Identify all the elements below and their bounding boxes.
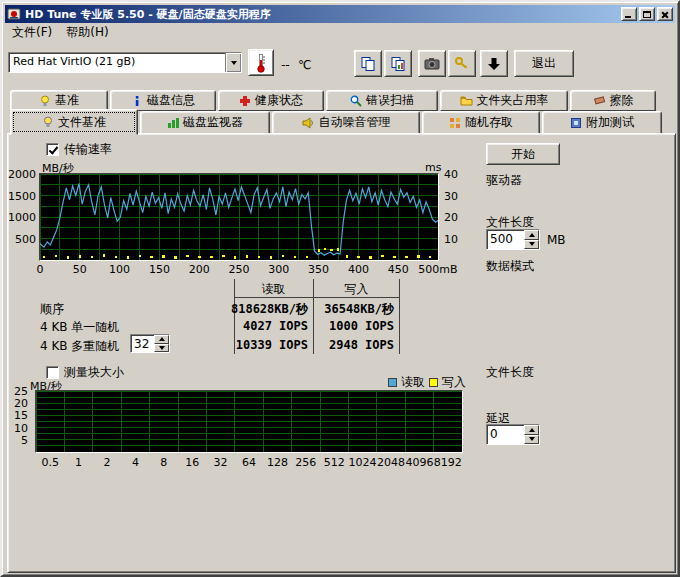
start-button-label: 开始 xyxy=(511,146,535,163)
tick-label: 150 xyxy=(149,263,170,276)
extra-tests-icon xyxy=(570,117,582,129)
tick-label: 256 xyxy=(295,456,316,469)
tick-label: 2 xyxy=(104,456,111,469)
close-button[interactable] xyxy=(657,7,673,21)
tab-health[interactable]: 健康状态 xyxy=(218,90,324,111)
tick-label: 1500 xyxy=(2,190,36,203)
block-size-checkbox-label: 测量块大小 xyxy=(64,364,124,381)
block-size-chart xyxy=(35,390,463,453)
thermometer-icon xyxy=(255,53,267,73)
tick-label: 250 xyxy=(229,263,250,276)
stepper-up-icon[interactable] xyxy=(154,335,169,344)
sequential-read-value: 818628KB/秒 xyxy=(216,301,308,318)
queue-depth-stepper[interactable]: 32 xyxy=(130,334,170,353)
random-dots-icon xyxy=(449,117,461,129)
info-icon xyxy=(131,95,143,107)
file-length-unit: MB xyxy=(547,233,566,247)
4k-multi-write-value: 2948 IOPS xyxy=(318,338,394,352)
stepper-up-icon[interactable] xyxy=(524,230,539,240)
chart1-y-axis: 200015001000500 xyxy=(2,168,36,258)
menu-help[interactable]: 帮助(H) xyxy=(59,22,115,43)
chevron-down-icon[interactable] xyxy=(225,53,241,72)
file-length-value: 500 xyxy=(487,230,524,249)
stepper-down-icon[interactable] xyxy=(524,435,539,445)
tab-label: 擦除 xyxy=(610,92,634,109)
tab-random-access[interactable]: 随机存取 xyxy=(422,111,540,134)
tick-label: 8 xyxy=(160,456,167,469)
tab-error-scan[interactable]: 错误扫描 xyxy=(326,90,438,111)
tick-label: 30 xyxy=(444,190,458,203)
temperature-unit: ℃ xyxy=(298,58,311,72)
file-benchmark-icon xyxy=(42,116,54,128)
copy-icon xyxy=(360,56,376,72)
tab-disk-monitor[interactable]: 磁盘监视器 xyxy=(140,111,270,134)
options-button[interactable] xyxy=(448,50,476,77)
tab-file-benchmark[interactable]: 文件基准 xyxy=(10,109,138,135)
start-button[interactable]: 开始 xyxy=(486,143,560,165)
health-cross-icon xyxy=(239,95,251,107)
tab-extra-tests[interactable]: 附加测试 xyxy=(542,111,662,134)
eraser-icon xyxy=(593,95,606,106)
tab-label: 磁盘监视器 xyxy=(183,114,243,131)
tab-benchmark[interactable]: 基准 xyxy=(10,90,108,111)
tick-label: 350 xyxy=(308,263,329,276)
tick-label: 20 xyxy=(444,211,458,224)
maximize-button[interactable] xyxy=(639,7,655,21)
tab-folder-usage[interactable]: 文件夹占用率 xyxy=(440,90,568,111)
drive-select[interactable]: Red Hat VirtIO (21 gB) xyxy=(8,52,242,73)
tick-label: 4096 xyxy=(405,456,433,469)
row-sequential-label: 顺序 xyxy=(40,301,64,318)
legend-read-swatch xyxy=(388,378,397,387)
tab-disk-info[interactable]: 磁盘信息 xyxy=(110,90,216,111)
window-title: HD Tune 专业版 5.50 - 硬盘/固态硬盘实用程序 xyxy=(25,7,271,22)
tab-label: 错误扫描 xyxy=(366,92,414,109)
screenshot-button[interactable] xyxy=(418,50,446,77)
tick-label: 25 xyxy=(2,385,28,398)
block-file-length-label: 文件长度 xyxy=(486,364,534,381)
transfer-rate-checkbox[interactable]: 传输速率 xyxy=(46,141,112,158)
checkbox-unchecked-icon xyxy=(46,366,59,379)
tick-label: 32 xyxy=(214,456,228,469)
tick-label: 450 xyxy=(388,263,409,276)
lightbulb-icon xyxy=(39,95,51,107)
menu-bar: 文件(F) 帮助(H) xyxy=(5,23,675,42)
chart2-x-axis: 0.512481632641282565121024204840968192 xyxy=(36,456,462,468)
tick-label: 100 xyxy=(109,263,130,276)
4k-single-write-value: 1000 IOPS xyxy=(318,319,394,333)
title-bar[interactable]: HD Tune 专业版 5.50 - 硬盘/固态硬盘实用程序 xyxy=(5,5,675,23)
tick-label: 512 xyxy=(324,456,345,469)
transfer-rate-chart xyxy=(39,173,439,261)
tick-label: 10 xyxy=(444,233,458,246)
stepper-down-icon[interactable] xyxy=(154,344,169,353)
bar-chart-icon xyxy=(167,117,179,129)
tick-label: 0.5 xyxy=(41,456,59,469)
delay-value: 0 xyxy=(487,425,524,444)
tick-label: 1 xyxy=(75,456,82,469)
tick-label: 5 xyxy=(2,434,28,447)
tick-label: 2048 xyxy=(377,456,405,469)
tick-label: 500mB xyxy=(418,263,457,276)
temperature-button[interactable] xyxy=(248,49,274,76)
4k-single-read-value: 4027 IOPS xyxy=(216,319,308,333)
tab-aam[interactable]: 自动噪音管理 xyxy=(272,111,420,134)
file-length-stepper[interactable]: 500 xyxy=(486,229,540,250)
read-column-header: 读取 xyxy=(234,281,313,298)
save-button[interactable] xyxy=(480,50,508,77)
minimize-button[interactable] xyxy=(621,7,637,21)
tick-label: 40 xyxy=(444,168,458,181)
tab-label: 随机存取 xyxy=(465,114,513,131)
copy-button[interactable] xyxy=(354,50,382,77)
stepper-down-icon[interactable] xyxy=(524,240,539,250)
legend-read-label: 读取 xyxy=(401,374,425,391)
data-mode-label: 数据模式 xyxy=(486,258,534,275)
exit-button[interactable]: 退出 xyxy=(514,50,574,77)
legend-write-label: 写入 xyxy=(442,374,466,391)
stepper-up-icon[interactable] xyxy=(524,425,539,435)
tab-erase[interactable]: 擦除 xyxy=(570,90,656,111)
copy-image-button[interactable] xyxy=(384,50,412,77)
tick-label: 0 xyxy=(37,263,44,276)
tick-label: 15 xyxy=(2,409,28,422)
menu-file[interactable]: 文件(F) xyxy=(5,22,59,43)
chart2-y-axis: 252015105 xyxy=(2,385,28,450)
delay-stepper[interactable]: 0 xyxy=(486,424,540,445)
